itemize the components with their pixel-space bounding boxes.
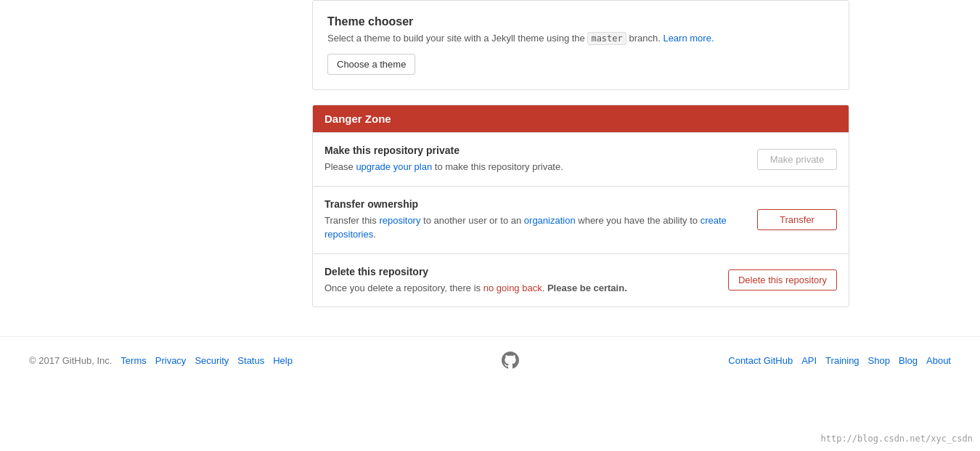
please-certain-text: Please be certain. (547, 283, 627, 293)
transfer-ownership-title: Transfer ownership (324, 198, 757, 210)
upgrade-plan-link[interactable]: upgrade your plan (356, 161, 432, 172)
delete-repository-info: Delete this repository Once you delete a… (324, 266, 627, 296)
footer-left: © 2017 GitHub, Inc. Terms Privacy Securi… (29, 355, 293, 366)
footer-link-api[interactable]: API (801, 355, 817, 366)
footer-link-status[interactable]: Status (237, 355, 264, 366)
theme-chooser-desc: Select a theme to build your site with a… (327, 33, 834, 44)
delete-repository-button[interactable]: Delete this repository (728, 269, 837, 290)
footer-link-security[interactable]: Security (195, 355, 229, 366)
make-private-row: Make this repository private Please upgr… (313, 132, 849, 186)
delete-repository-title: Delete this repository (324, 266, 627, 277)
repository-link-transfer[interactable]: repository (379, 215, 420, 226)
github-logo-icon (502, 352, 519, 369)
page-wrapper: Theme chooser Select a theme to build yo… (0, 0, 980, 383)
make-private-button[interactable]: Make private (757, 149, 837, 170)
footer-copyright: © 2017 GitHub, Inc. (29, 355, 112, 366)
theme-chooser-section: Theme chooser Select a theme to build yo… (312, 0, 849, 90)
theme-chooser-title: Theme chooser (327, 15, 834, 28)
footer-link-privacy[interactable]: Privacy (155, 355, 187, 366)
danger-zone-header: Danger Zone (313, 105, 849, 132)
make-private-info: Make this repository private Please upgr… (324, 145, 563, 174)
no-going-back-text: no going back. (483, 283, 545, 293)
footer-link-help[interactable]: Help (273, 355, 293, 366)
choose-theme-button[interactable]: Choose a theme (327, 54, 415, 75)
desc-prefix: Select a theme to build your site with a… (327, 33, 587, 44)
danger-zone-title: Danger Zone (324, 113, 391, 125)
learn-more-link[interactable]: Learn more. (663, 33, 714, 44)
footer-link-training[interactable]: Training (825, 355, 859, 366)
footer-link-blog[interactable]: Blog (899, 355, 918, 366)
branch-code: master (587, 32, 626, 45)
transfer-button[interactable]: Transfer (757, 209, 837, 230)
footer-link-contact-github[interactable]: Contact GitHub (728, 355, 793, 366)
footer-center (502, 352, 519, 369)
danger-zone-section: Danger Zone Make this repository private… (312, 105, 849, 307)
footer-link-shop[interactable]: Shop (868, 355, 890, 366)
make-private-desc: Please upgrade your plan to make this re… (324, 160, 563, 174)
delete-repository-row: Delete this repository Once you delete a… (313, 253, 849, 307)
footer-link-terms[interactable]: Terms (121, 355, 146, 366)
transfer-ownership-row: Transfer ownership Transfer this reposit… (313, 186, 849, 253)
make-private-title: Make this repository private (324, 145, 563, 156)
organization-link[interactable]: organization (524, 215, 576, 226)
transfer-ownership-desc: Transfer this repository to another user… (324, 214, 757, 242)
footer: © 2017 GitHub, Inc. Terms Privacy Securi… (0, 337, 980, 383)
delete-repository-desc: Once you delete a repository, there is n… (324, 281, 627, 296)
transfer-ownership-info: Transfer ownership Transfer this reposit… (324, 198, 757, 242)
footer-right: Contact GitHub API Training Shop Blog Ab… (728, 355, 951, 366)
footer-link-about[interactable]: About (926, 355, 951, 366)
